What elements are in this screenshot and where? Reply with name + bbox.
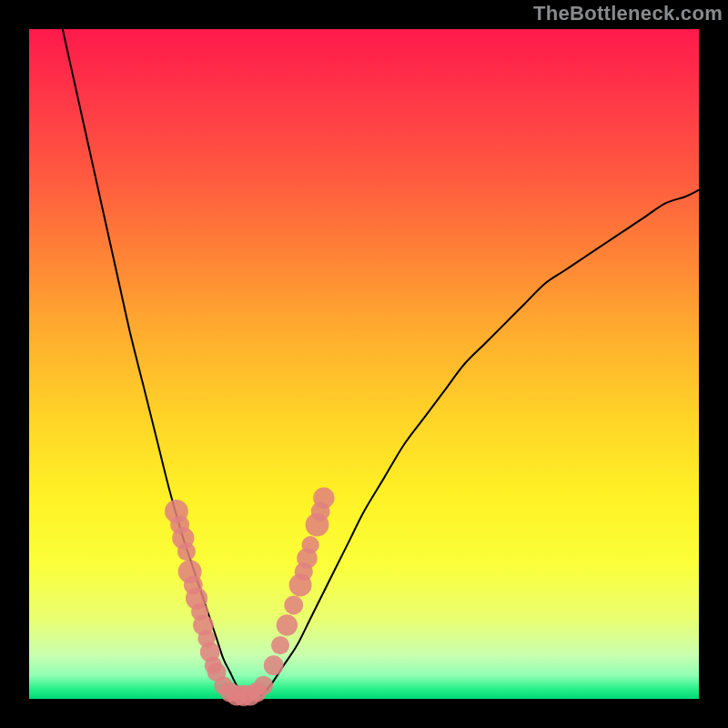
plot-area [29, 29, 699, 699]
data-marker [301, 536, 318, 553]
data-marker [264, 655, 284, 675]
bottleneck-curve [63, 29, 699, 700]
data-marker [313, 488, 334, 509]
watermark-text: TheBottleneck.com [533, 2, 723, 25]
data-marker [277, 614, 298, 635]
curve-layer [29, 29, 699, 699]
data-marker [254, 676, 273, 695]
chart-stage: TheBottleneck.com [0, 0, 728, 728]
data-marker [177, 542, 196, 561]
marker-group [165, 488, 335, 707]
data-marker [271, 636, 289, 654]
data-marker [284, 595, 303, 614]
